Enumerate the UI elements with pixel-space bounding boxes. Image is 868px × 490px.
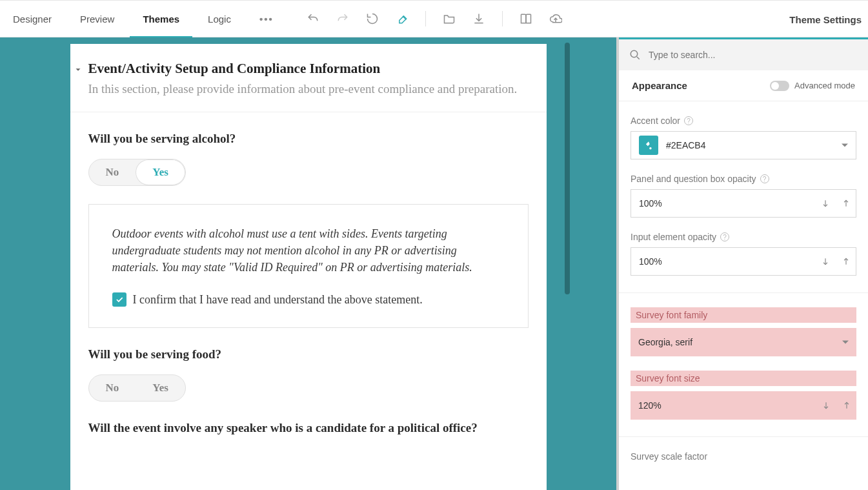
tab-preview[interactable]: Preview xyxy=(80,1,114,37)
font-size-label: Survey font size xyxy=(631,371,856,386)
section-divider xyxy=(619,292,868,293)
help-icon[interactable]: ? xyxy=(720,232,729,241)
settings-search xyxy=(619,39,868,70)
toolbar-icons xyxy=(307,11,562,26)
section-subtitle: In this section, please provide informat… xyxy=(88,82,529,96)
confirm-checkbox[interactable] xyxy=(112,292,126,307)
font-family-select[interactable]: Georgia, serif xyxy=(631,328,856,356)
toolbar-separator-2 xyxy=(502,11,503,26)
color-swatch xyxy=(639,136,658,155)
question-title: Will you be serving food? xyxy=(88,347,529,362)
toggle-switch[interactable] xyxy=(770,81,789,91)
confirm-row: I confirm that I have read and understan… xyxy=(112,292,505,307)
chevron-down-icon xyxy=(842,341,849,344)
scrollbar-thumb[interactable] xyxy=(565,43,570,294)
toolbar-separator xyxy=(425,11,426,26)
survey-card: Event/Activity Setup and Compliance Info… xyxy=(70,44,547,490)
panel-opacity-value: 100% xyxy=(639,198,662,209)
option-no[interactable]: No xyxy=(89,375,136,401)
open-folder-icon[interactable] xyxy=(443,12,456,25)
font-family-value: Georgia, serif xyxy=(638,337,692,347)
arrow-down-icon[interactable] xyxy=(821,199,830,208)
accent-color-select[interactable]: #2EACB4 xyxy=(631,131,856,159)
theme-settings-panel: Appearance Advanced mode Accent color ? … xyxy=(616,37,868,490)
top-toolbar: Designer Preview Themes Logic ••• xyxy=(0,0,868,37)
tab-themes[interactable]: Themes xyxy=(143,1,179,37)
question-title: Will you be serving alcohol? xyxy=(88,132,529,146)
info-text: Outdoor events with alcohol must use a t… xyxy=(112,225,505,276)
appearance-section-header[interactable]: Appearance Advanced mode xyxy=(619,70,868,101)
panel-opacity-input[interactable]: 100% xyxy=(631,189,856,218)
cloud-upload-icon[interactable] xyxy=(549,12,562,25)
question-political-speaker: Will the event involve any speaker who i… xyxy=(70,402,547,435)
tab-logic[interactable]: Logic xyxy=(208,1,231,37)
collapse-section-icon[interactable] xyxy=(74,65,83,74)
help-icon[interactable]: ? xyxy=(684,116,693,125)
panel-opacity-label: Panel and question box opacity ? xyxy=(631,174,856,184)
input-opacity-input[interactable]: 100% xyxy=(631,247,856,276)
advanced-mode-toggle[interactable]: Advanced mode xyxy=(770,81,855,91)
settings-body: Accent color ? #2EACB4 Panel and questio… xyxy=(619,101,868,490)
advanced-label: Advanced mode xyxy=(794,81,855,90)
option-yes[interactable]: Yes xyxy=(136,159,185,185)
font-size-value: 120% xyxy=(638,400,661,411)
option-yes[interactable]: Yes xyxy=(136,375,185,401)
svg-point-0 xyxy=(631,50,638,57)
paint-icon[interactable] xyxy=(396,12,409,25)
book-icon[interactable] xyxy=(520,12,532,25)
question-food: Will you be serving food? No Yes xyxy=(70,328,547,402)
search-icon xyxy=(629,49,641,61)
scale-factor-label: Survey scale factor xyxy=(631,451,856,462)
chevron-down-icon xyxy=(842,144,848,147)
confirm-label: I confirm that I have read and understan… xyxy=(133,293,423,307)
download-icon[interactable] xyxy=(472,12,485,25)
main-tabs: Designer Preview Themes Logic ••• xyxy=(0,1,274,37)
arrow-down-icon[interactable] xyxy=(822,401,831,410)
info-box: Outdoor events with alcohol must use a t… xyxy=(88,204,529,328)
question-alcohol: Will you be serving alcohol? No Yes Outd… xyxy=(70,112,547,328)
arrow-down-icon[interactable] xyxy=(821,257,830,266)
input-opacity-value: 100% xyxy=(639,256,662,267)
section-title: Event/Activity Setup and Compliance Info… xyxy=(88,61,529,77)
accent-color-label: Accent color ? xyxy=(631,116,856,126)
font-size-input[interactable]: 120% xyxy=(631,391,856,420)
arrow-up-icon[interactable] xyxy=(842,199,851,208)
input-opacity-label: Input element opacity ? xyxy=(631,232,856,242)
arrow-up-icon[interactable] xyxy=(842,401,851,410)
font-family-label: Survey font family xyxy=(631,307,856,323)
section-header: Event/Activity Setup and Compliance Info… xyxy=(70,44,547,112)
reset-icon[interactable] xyxy=(366,12,379,25)
survey-canvas: Event/Activity Setup and Compliance Info… xyxy=(0,37,616,490)
help-icon[interactable]: ? xyxy=(760,174,769,183)
workspace: Event/Activity Setup and Compliance Info… xyxy=(0,37,868,490)
section-label: Appearance xyxy=(632,80,687,91)
yes-no-toggle: No Yes xyxy=(88,159,186,186)
arrow-up-icon[interactable] xyxy=(842,257,851,266)
section-divider xyxy=(619,436,868,437)
undo-icon[interactable] xyxy=(307,12,319,25)
redo-icon[interactable] xyxy=(336,12,349,25)
accent-value: #2EACB4 xyxy=(666,140,705,150)
option-no[interactable]: No xyxy=(89,159,136,185)
panel-title: Theme Settings xyxy=(789,1,862,38)
search-input[interactable] xyxy=(649,50,858,60)
question-title: Will the event involve any speaker who i… xyxy=(88,421,529,435)
tab-designer[interactable]: Designer xyxy=(13,1,52,37)
yes-no-toggle: No Yes xyxy=(88,374,186,402)
more-tabs-button[interactable]: ••• xyxy=(259,1,274,37)
